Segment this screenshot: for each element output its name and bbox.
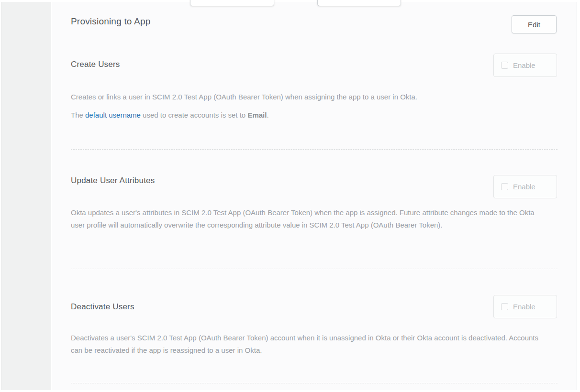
page-title: Provisioning to App bbox=[71, 16, 150, 27]
create-users-description: Creates or links a user in SCIM 2.0 Test… bbox=[71, 91, 550, 103]
note-bold-value: Email bbox=[247, 111, 267, 119]
update-user-attributes-description: Okta updates a user's attributes in SCIM… bbox=[71, 207, 547, 231]
edit-button[interactable]: Edit bbox=[512, 15, 557, 33]
section-divider bbox=[71, 269, 558, 269]
note-text: . bbox=[267, 111, 268, 119]
section-divider bbox=[71, 383, 558, 383]
top-cropped-field-1[interactable] bbox=[190, 0, 274, 6]
provisioning-panel: Provisioning to App Edit Create Users En… bbox=[52, 2, 577, 390]
note-text: The bbox=[71, 111, 85, 119]
top-cropped-field-2[interactable] bbox=[317, 0, 401, 6]
enable-checkbox[interactable] bbox=[501, 62, 508, 69]
section-divider bbox=[71, 149, 558, 150]
enable-toggle-deactivate-users[interactable]: Enable bbox=[493, 295, 557, 318]
enable-toggle-update-user-attributes[interactable]: Enable bbox=[493, 175, 557, 198]
section-title-update-user-attributes: Update User Attributes bbox=[71, 176, 155, 185]
section-title-create-users: Create Users bbox=[71, 60, 120, 69]
enable-checkbox[interactable] bbox=[501, 183, 508, 190]
default-username-link[interactable]: default username bbox=[85, 111, 141, 119]
enable-label: Enable bbox=[513, 61, 535, 69]
left-sidebar bbox=[1, 2, 51, 390]
enable-toggle-create-users[interactable]: Enable bbox=[493, 54, 557, 77]
default-username-note: The default username used to create acco… bbox=[71, 109, 550, 121]
enable-checkbox[interactable] bbox=[501, 303, 508, 310]
note-text: used to create accounts is set to bbox=[141, 111, 247, 119]
enable-label: Enable bbox=[513, 303, 535, 311]
section-title-deactivate-users: Deactivate Users bbox=[71, 302, 134, 312]
deactivate-users-description: Deactivates a user's SCIM 2.0 Test App (… bbox=[71, 332, 550, 357]
enable-label: Enable bbox=[513, 183, 535, 191]
